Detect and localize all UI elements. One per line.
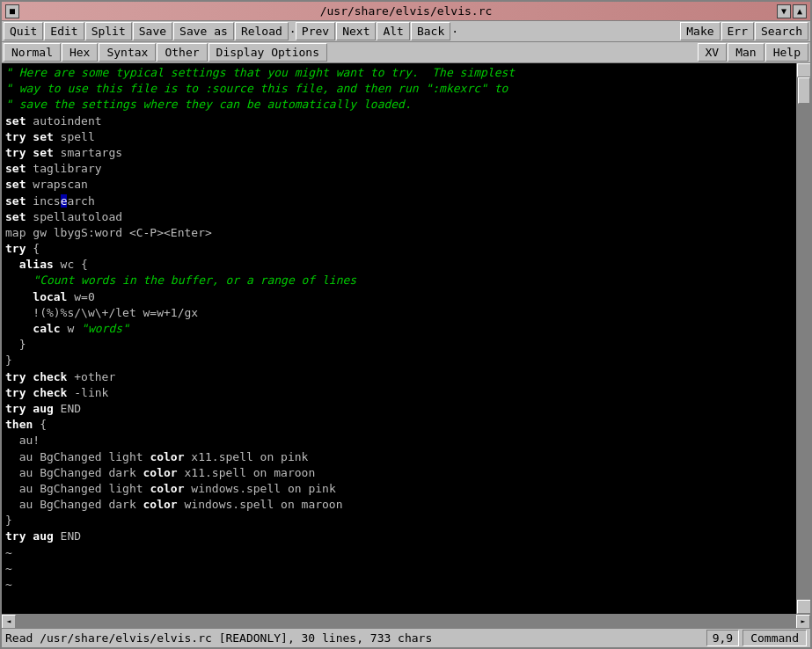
line-22: try aug END <box>5 402 81 415</box>
back-button[interactable]: Back <box>411 22 450 40</box>
line-13: alias wc { <box>5 258 88 271</box>
window-controls: ▼ ▲ <box>777 4 807 18</box>
cursor-position: 9,9 <box>706 630 739 646</box>
line-1: " Here are some typical settings that yo… <box>5 66 515 79</box>
line-12: try { <box>5 242 40 255</box>
line-27: au BgChanged light color windows.spell o… <box>5 482 336 495</box>
line-4: set autoindent <box>5 114 102 128</box>
line-5: try set spell <box>5 130 95 143</box>
normal-button[interactable]: Normal <box>4 43 61 62</box>
line-33: ~ <box>5 578 12 591</box>
maximize-button[interactable]: ▲ <box>793 4 807 18</box>
close-button[interactable]: ■ <box>5 4 19 18</box>
other-button[interactable]: Other <box>157 43 207 62</box>
scroll-thumb[interactable] <box>798 77 810 104</box>
main-window: ■ /usr/share/elvis/elvis.rc ▼ ▲ Quit Edi… <box>0 0 812 649</box>
editor-area[interactable]: " Here are some typical settings that yo… <box>2 63 810 614</box>
search-button[interactable]: Search <box>755 22 808 40</box>
line-30: try aug END <box>5 529 81 543</box>
line-17: calc w "words" <box>5 322 129 335</box>
line-29: } <box>5 514 12 527</box>
scroll-right-arrow[interactable]: ► <box>796 615 810 629</box>
separator-2: · <box>451 25 457 38</box>
line-3: " save the settings where they can be au… <box>5 98 412 111</box>
window-title: /usr/share/elvis/elvis.rc <box>320 4 493 18</box>
man-button[interactable]: Man <box>728 43 764 62</box>
line-25: au BgChanged light color x11.spell on pi… <box>5 450 308 463</box>
reload-button[interactable]: Reload <box>235 22 289 40</box>
line-2: " way to use this file is to :source thi… <box>5 82 508 95</box>
scroll-left-arrow[interactable]: ◄ <box>2 615 16 629</box>
line-20: try check +other <box>5 370 115 383</box>
save-as-button[interactable]: Save as <box>173 22 234 40</box>
status-bar: Read /usr/share/elvis/elvis.rc [READONLY… <box>2 628 810 647</box>
line-8: set wrapscan <box>5 178 88 191</box>
xv-button[interactable]: XV <box>698 43 728 62</box>
display-options-button[interactable]: Display Options <box>208 43 327 62</box>
scroll-down-arrow[interactable]: ▼ <box>797 600 811 614</box>
line-28: au BgChanged dark color windows.spell on… <box>5 498 343 511</box>
code-content[interactable]: " Here are some typical settings that yo… <box>2 63 796 614</box>
edit-button[interactable]: Edit <box>44 22 84 40</box>
save-button[interactable]: Save <box>133 22 172 40</box>
line-18: } <box>5 338 26 351</box>
line-24: au! <box>5 434 40 447</box>
vertical-scrollbar[interactable]: ▲ ▼ <box>796 63 810 614</box>
syntax-button[interactable]: Syntax <box>99 43 156 62</box>
status-text: Read /usr/share/elvis/elvis.rc [READONLY… <box>5 631 706 645</box>
toolbar-row-1: Quit Edit Split Save Save as Reload · Pr… <box>2 21 810 42</box>
title-bar: ■ /usr/share/elvis/elvis.rc ▼ ▲ <box>2 2 810 21</box>
split-button[interactable]: Split <box>85 22 132 40</box>
quit-button[interactable]: Quit <box>4 22 43 40</box>
editor-mode: Command <box>743 630 807 646</box>
line-31: ~ <box>5 546 12 559</box>
toolbar-row-2: Normal Hex Syntax Other Display Options … <box>2 42 810 63</box>
right-nav: XV Man Help <box>698 43 808 62</box>
separator-1: · <box>289 25 295 38</box>
scroll-track[interactable] <box>797 77 810 600</box>
line-19: } <box>5 354 12 367</box>
make-button[interactable]: Make <box>680 22 720 40</box>
line-9: set incsearch <box>5 194 95 208</box>
prev-button[interactable]: Prev <box>296 22 335 40</box>
line-14: "Count words in the buffer, or a range o… <box>5 273 356 287</box>
minimize-button[interactable]: ▼ <box>777 4 791 18</box>
line-23: then { <box>5 418 47 431</box>
next-button[interactable]: Next <box>336 22 376 40</box>
help-button[interactable]: Help <box>765 43 808 62</box>
scroll-up-arrow[interactable]: ▲ <box>797 63 811 77</box>
line-15: local w=0 <box>5 290 95 303</box>
line-10: set spellautoload <box>5 210 122 223</box>
hscroll-track[interactable] <box>16 615 796 628</box>
line-7: set taglibrary <box>5 162 102 175</box>
line-6: try set smartargs <box>5 146 122 159</box>
alt-button[interactable]: Alt <box>377 22 409 40</box>
err-button[interactable]: Err <box>721 22 754 40</box>
line-16: !(%)%s/\w\+/let w=w+1/gx <box>5 306 198 319</box>
line-21: try check -link <box>5 386 108 399</box>
horizontal-scrollbar[interactable]: ◄ ► <box>2 614 810 628</box>
hex-button[interactable]: Hex <box>62 43 98 62</box>
line-32: ~ <box>5 562 12 575</box>
line-11: map gw lbygS:word <C-P><Enter> <box>5 226 212 239</box>
line-26: au BgChanged dark color x11.spell on mar… <box>5 466 315 479</box>
